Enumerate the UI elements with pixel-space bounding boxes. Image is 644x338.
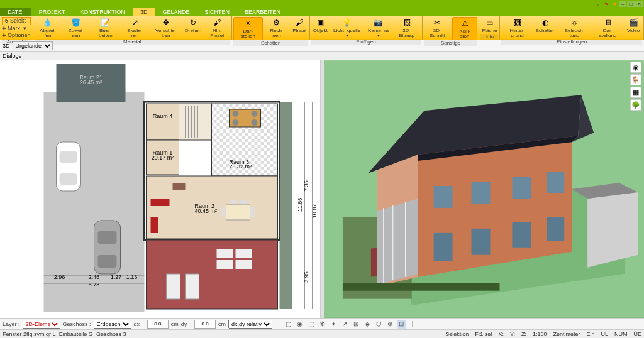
furniture-icon[interactable]: 🪑	[630, 74, 641, 85]
svg-rect-93	[343, 283, 500, 291]
svg-rect-49	[217, 249, 233, 258]
tab-gelaende[interactable]: GELÄNDE	[155, 8, 197, 16]
rotate-icon: ↻	[188, 18, 198, 28]
svg-rect-82	[472, 182, 491, 204]
house-3d[interactable]	[324, 60, 644, 318]
status-ein: Ein	[586, 331, 594, 337]
terrain-select[interactable]: Urgelände	[13, 41, 53, 50]
hinpinsel-button[interactable]: 🖌Hin. Pinsel	[204, 17, 230, 39]
eyedropper-icon: 💧	[43, 18, 53, 28]
close-button[interactable]: ✕	[635, 1, 643, 7]
floor-plan[interactable]: Raum 21 26.45 m² Raum 4 Raum 1 20.17 m²	[0, 60, 320, 318]
svg-rect-5	[60, 151, 77, 163]
tab-konstruktion[interactable]: KONSTRUKTION	[72, 8, 133, 16]
light-icon: ☼	[570, 18, 580, 28]
tool-icon[interactable]: ◉	[295, 320, 304, 329]
layers-icon[interactable]: ◉	[630, 62, 641, 73]
hintergrund-button[interactable]: 🖼Hinter- grund	[501, 17, 533, 39]
minimize-button[interactable]: –	[619, 1, 626, 7]
abgreifen-button[interactable]: 💧Abgrei- fen	[35, 17, 62, 39]
optionen-button[interactable]: ✚ Optionen	[2, 32, 31, 39]
schatten2-button[interactable]: ◐Schatten	[535, 17, 557, 39]
brush-icon: 🖌	[212, 18, 222, 28]
rel-select[interactable]: dx,dy relativ ke	[228, 320, 272, 329]
skalieren-button[interactable]: ⤢Skalie- ren	[122, 17, 148, 39]
geschoss-select[interactable]: Erdgeschos	[94, 320, 131, 329]
mark-button[interactable]: ✚ Mark. ▾	[2, 25, 31, 32]
3dbitmap-button[interactable]: 🖼3D- Bitmap	[393, 17, 421, 39]
tool-icon[interactable]: ⊞	[352, 320, 360, 329]
verschieben-button[interactable]: ✥Verschie- ben	[150, 17, 183, 39]
group-label-schatten: Schatten	[233, 40, 308, 46]
tree-icon[interactable]: 🌳	[630, 99, 641, 111]
rechnen-button[interactable]: ⚙Rech- nen	[264, 17, 290, 40]
ribbon-group-sonstige: ✂3D- Schnitt ⚠Kolli- sion Sonstige	[423, 16, 480, 40]
svg-text:25.32 m²: 25.32 m²	[230, 163, 252, 170]
svg-rect-84	[547, 172, 564, 193]
grid-icon[interactable]: ▦	[630, 87, 641, 98]
zuweisen-button[interactable]: 🪣Zuwei- sen	[62, 17, 89, 39]
tool-icon[interactable]: ❋	[318, 320, 326, 329]
cut-icon: ✂	[432, 18, 442, 28]
view-3d-pane[interactable]: ◉ 🪑 ▦ 🌳	[324, 60, 644, 318]
svg-rect-81	[434, 186, 453, 208]
tool-icon[interactable]: ↗	[340, 320, 349, 329]
dialoge-bar[interactable]: Dialoge	[0, 52, 644, 60]
svg-rect-51	[217, 260, 233, 269]
tool-icon[interactable]: ⊡	[397, 320, 406, 329]
tool-icon[interactable]: |	[408, 320, 417, 329]
tool-icon[interactable]: ▢	[284, 320, 292, 329]
layer-select[interactable]: 2D-Elemen	[23, 320, 60, 329]
drehen-button[interactable]: ↻Drehen	[184, 17, 203, 39]
tool-icon[interactable]: ⊕	[386, 320, 394, 329]
darstellen-button[interactable]: ☀Dar- stellen	[233, 17, 263, 40]
status-bar: Fenster 2flg.sym gr L=Einbauteile G=Gesc…	[0, 329, 644, 338]
group-label-einfuegen: Einfügen	[311, 39, 420, 45]
camera-icon: 📷	[374, 18, 384, 28]
selekt-button[interactable]: 🖱 Selekt	[2, 17, 31, 25]
maximize-button[interactable]: □	[627, 1, 635, 7]
status-ul: UL	[601, 331, 608, 337]
tool-icon[interactable]: ✦	[329, 320, 338, 329]
car-icon	[94, 221, 121, 274]
dy-label: dy =	[181, 321, 192, 327]
status-scale: 1:100	[533, 331, 547, 337]
tab-datei[interactable]: DATEI	[0, 8, 31, 16]
beleuchtung-button[interactable]: ☼Beleuch- tung	[558, 17, 591, 39]
video-icon: 🎬	[628, 18, 638, 28]
tab-bearbeiten[interactable]: BEARBEITEN	[237, 8, 288, 16]
pinsel-button[interactable]: 🖌Pinsel	[291, 17, 308, 40]
video-button[interactable]: 🎬Video	[625, 17, 642, 39]
svg-rect-44	[231, 200, 237, 204]
status-selektion: Selektion	[445, 331, 469, 337]
tool-icon[interactable]: ⬚	[306, 320, 315, 329]
ribbon-group-info: ▭Fläche Info	[479, 16, 500, 40]
star-icon[interactable]: ★	[611, 1, 618, 7]
flaeche-button[interactable]: ▭Fläche	[480, 17, 498, 34]
objekt-button[interactable]: ▣Objekt	[311, 17, 329, 39]
pencil-icon[interactable]: ✎	[602, 1, 610, 7]
kollision-button[interactable]: ⚠Kolli- sion	[452, 17, 477, 40]
kamera-button[interactable]: 📷Kame- ra ▾	[365, 17, 392, 39]
dy-input[interactable]	[194, 320, 216, 329]
svg-rect-87	[512, 222, 531, 248]
tab-sichten[interactable]: SICHTEN	[197, 8, 237, 16]
svg-text:7.35: 7.35	[303, 180, 309, 192]
tool-icon[interactable]: ◈	[363, 320, 372, 329]
tab-projekt[interactable]: PROJEKT	[31, 8, 73, 16]
3dschnitt-button[interactable]: ✂3D- Schnitt	[424, 17, 451, 40]
sun-icon: ☀	[243, 18, 253, 28]
tab-3d[interactable]: 3D	[133, 8, 155, 16]
edit-icon: 📝	[101, 18, 111, 28]
help-icon[interactable]: ?	[594, 1, 602, 7]
tool-icon[interactable]: ⬡	[374, 320, 383, 329]
svg-text:3.95: 3.95	[303, 271, 309, 283]
plan-2d-pane[interactable]: Raum 21 26.45 m² Raum 4 Raum 1 20.17 m²	[0, 60, 321, 318]
dx-input[interactable]	[147, 320, 169, 329]
bearbeiten-button[interactable]: 📝Bear- beiten	[91, 17, 120, 39]
svg-text:2.46: 2.46	[89, 274, 100, 280]
lichtquelle-button[interactable]: 💡Licht- quelle ▾	[330, 17, 364, 39]
darstellung-button[interactable]: 🖥Dar- stellung	[592, 17, 623, 39]
svg-text:20.17 m²: 20.17 m²	[152, 155, 174, 161]
svg-rect-40	[173, 183, 186, 190]
